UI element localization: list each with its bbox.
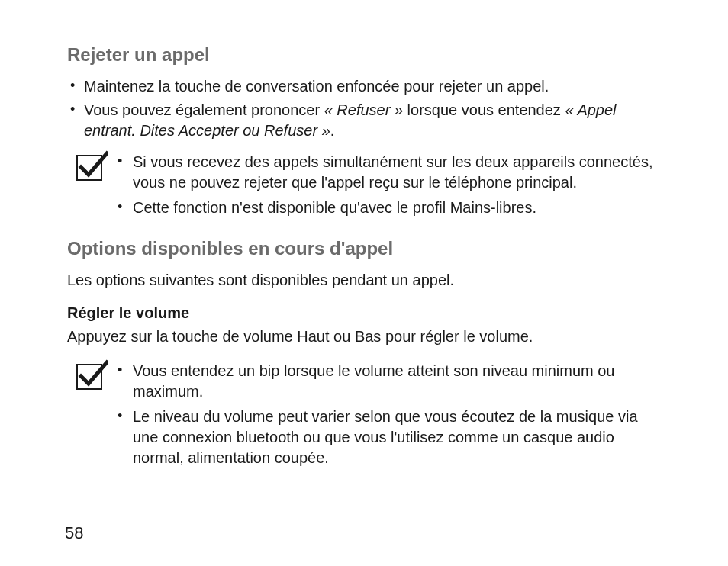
note-content: Si vous recevez des appels simultanément… [116,152,661,223]
list-item-italic: « Refuser » [324,101,403,118]
subheading-adjust-volume: Régler le volume [67,304,661,322]
section-heading-reject-call: Rejeter un appel [67,44,661,66]
list-item: Le niveau du volume peut varier selon qu… [116,407,661,468]
note-bullet-list: Si vous recevez des appels simultanément… [116,152,661,218]
checkmark-box-icon [76,364,102,390]
reject-call-bullet-list: Maintenez la touche de conversation enfo… [67,76,661,141]
list-item: Si vous recevez des appels simultanément… [116,152,661,193]
checkmark-box-icon [76,155,102,181]
page-number: 58 [65,523,83,543]
list-item-text: Maintenez la touche de conversation enfo… [84,78,549,95]
body-text: Appuyez sur la touche de volume Haut ou … [67,326,661,347]
section-heading-call-options: Options disponibles en cours d'appel [67,238,661,259]
list-item-text: lorsque vous entendez [403,101,565,118]
list-item-text: . [330,122,335,139]
list-item: Vous pouvez également prononcer « Refuse… [67,100,661,141]
list-item-text: Vous pouvez également prononcer [84,101,324,118]
list-item: Cette fonction n'est disponible qu'avec … [116,198,661,218]
note-bullet-list: Vous entendez un bip lorsque le volume a… [116,361,661,468]
note-block: Vous entendez un bip lorsque le volume a… [76,361,661,473]
list-item: Maintenez la touche de conversation enfo… [67,76,661,97]
note-block: Si vous recevez des appels simultanément… [76,152,661,223]
list-item: Vous entendez un bip lorsque le volume a… [116,361,661,402]
note-content: Vous entendez un bip lorsque le volume a… [116,361,661,473]
section-intro-text: Les options suivantes sont disponibles p… [67,270,661,291]
